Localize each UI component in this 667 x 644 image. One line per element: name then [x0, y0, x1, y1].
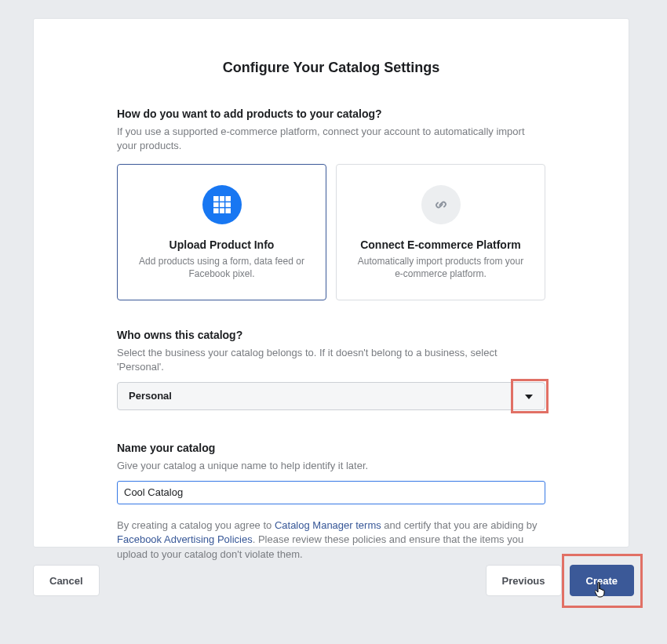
terms-mid: and certify that you are abiding by: [381, 519, 538, 531]
add-products-heading: How do you want to add products to your …: [117, 107, 545, 120]
option-connect-title: Connect E-commerce Platform: [352, 238, 529, 251]
grid-icon: [202, 185, 242, 224]
create-button-wrap: Create: [570, 565, 634, 596]
option-cards-row: Upload Product Info Add products using a…: [117, 164, 545, 300]
owner-dropdown[interactable]: Personal: [117, 382, 545, 410]
name-desc: Give your catalog a unique name to help …: [117, 459, 545, 473]
name-heading: Name your catalog: [117, 442, 545, 454]
page-title: Configure Your Catalog Settings: [117, 60, 545, 76]
add-products-desc: If you use a supported e-commerce platfo…: [117, 125, 545, 153]
create-button[interactable]: Create: [570, 565, 634, 596]
terms-prefix: By creating a catalog you agree to: [117, 519, 275, 531]
add-products-section: How do you want to add products to your …: [117, 107, 545, 300]
caret-down-icon: [513, 383, 545, 411]
owner-heading: Who owns this catalog?: [117, 329, 545, 341]
terms-text: By creating a catalog you agree to Catal…: [117, 518, 545, 562]
option-connect-desc: Automatically import products from your …: [352, 255, 529, 281]
svg-rect-0: [213, 196, 231, 213]
previous-button[interactable]: Previous: [486, 565, 562, 596]
option-upload-desc: Add products using a form, data feed or …: [133, 255, 310, 281]
option-upload-title: Upload Product Info: [133, 238, 310, 251]
owner-desc: Select the business your catalog belongs…: [117, 346, 545, 374]
owner-selected-value: Personal: [129, 390, 172, 402]
cancel-button[interactable]: Cancel: [33, 565, 100, 596]
catalog-name-input[interactable]: [117, 481, 545, 504]
catalog-terms-link[interactable]: Catalog Manager terms: [275, 519, 381, 531]
option-connect-platform[interactable]: Connect E-commerce Platform Automaticall…: [336, 164, 545, 300]
bottom-button-bar: Cancel Previous Create: [33, 565, 634, 596]
settings-card: Configure Your Catalog Settings How do y…: [33, 18, 629, 548]
right-button-group: Previous Create: [486, 565, 634, 596]
advertising-policies-link[interactable]: Facebook Advertising Policies: [117, 533, 253, 545]
name-section: Name your catalog Give your catalog a un…: [117, 442, 545, 518]
link-icon: [421, 185, 461, 224]
create-button-label: Create: [586, 575, 618, 587]
owner-section: Who owns this catalog? Select the busine…: [117, 329, 545, 410]
option-upload-product-info[interactable]: Upload Product Info Add products using a…: [117, 164, 326, 300]
